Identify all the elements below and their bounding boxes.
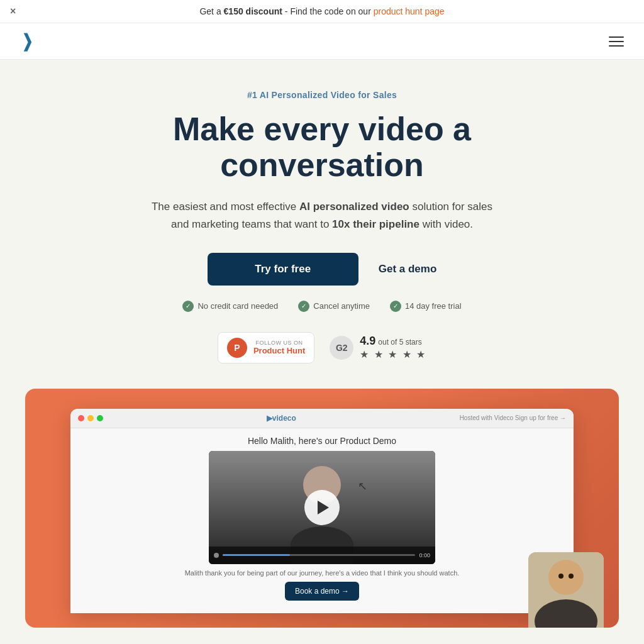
banner-close-button[interactable]: × bbox=[10, 6, 16, 17]
hero-section: #1 AI Personalized Video for Sales Make … bbox=[0, 60, 644, 644]
browser-dot-yellow bbox=[87, 415, 94, 421]
g2-score: 4.9 bbox=[360, 334, 375, 348]
video-content: Hello Malith, here's our Product Demo bbox=[70, 428, 574, 613]
play-icon bbox=[318, 501, 329, 514]
navbar: ❯ bbox=[0, 23, 644, 60]
progress-time: 0:00 bbox=[419, 552, 430, 558]
g2-text-col: 4.9 out of 5 stars ★ ★ ★ ★ ★ bbox=[360, 334, 426, 362]
browser-logo: ▶videco bbox=[267, 414, 296, 423]
book-demo-button[interactable]: Book a demo → bbox=[285, 582, 359, 601]
product-hunt-icon: P bbox=[227, 338, 247, 358]
product-hunt-name: Product Hunt bbox=[253, 346, 305, 356]
perk-label: Cancel anytime bbox=[313, 301, 370, 311]
cta-row: Try for free Get a demo bbox=[13, 253, 631, 286]
check-icon: ✓ bbox=[390, 301, 401, 312]
progress-fill bbox=[223, 554, 290, 556]
progress-track bbox=[223, 554, 415, 556]
logo[interactable]: ❯ bbox=[20, 31, 35, 52]
hero-subtitle: The easiest and most effective AI person… bbox=[146, 198, 498, 232]
progress-dot bbox=[214, 553, 219, 558]
banner-text: Get a €150 discount - Find the code on o… bbox=[199, 6, 444, 16]
product-hunt-badge[interactable]: P FOLLOW US ON Product Hunt bbox=[218, 332, 314, 364]
svg-point-3 bbox=[558, 574, 564, 579]
hamburger-line bbox=[609, 45, 624, 47]
logo-icon: ❯ bbox=[22, 31, 32, 52]
social-proof-row: P FOLLOW US ON Product Hunt G2 4.9 out o… bbox=[13, 332, 631, 364]
product-hunt-text-col: FOLLOW US ON Product Hunt bbox=[253, 340, 305, 356]
perk-label: 14 day free trial bbox=[405, 301, 462, 311]
g2-badge: G2 4.9 out of 5 stars ★ ★ ★ ★ ★ bbox=[330, 334, 426, 362]
g2-stars: ★ ★ ★ ★ ★ bbox=[360, 348, 426, 362]
video-section: ▶videco Hosted with Videco Sign up for f… bbox=[25, 389, 619, 628]
announcement-banner: × Get a €150 discount - Find the code on… bbox=[0, 0, 644, 23]
browser-dot-red bbox=[78, 415, 84, 421]
avatar-svg bbox=[528, 552, 604, 628]
hamburger-line bbox=[609, 36, 624, 38]
product-hunt-link[interactable]: product hunt page bbox=[374, 6, 445, 16]
perk-free-trial: ✓ 14 day free trial bbox=[390, 301, 462, 312]
video-caption: Malith thank you for being part of our j… bbox=[80, 569, 564, 577]
g2-icon: G2 bbox=[330, 336, 353, 360]
perk-no-credit-card: ✓ No credit card needed bbox=[182, 301, 278, 312]
perk-label: No credit card needed bbox=[197, 301, 278, 311]
svg-point-4 bbox=[569, 574, 574, 579]
browser-hosted-text: Hosted with Videco Sign up for free → bbox=[460, 414, 566, 421]
perks-row: ✓ No credit card needed ✓ Cancel anytime… bbox=[13, 301, 631, 312]
hamburger-menu-button[interactable] bbox=[609, 36, 624, 47]
play-button[interactable] bbox=[304, 490, 340, 525]
browser-dots bbox=[78, 415, 103, 421]
product-hunt-follow-text: FOLLOW US ON bbox=[253, 340, 305, 347]
try-for-free-button[interactable]: Try for free bbox=[208, 253, 358, 286]
hero-title: Make every video a conversation bbox=[83, 111, 561, 183]
hero-tagline: #1 AI Personalized Video for Sales bbox=[13, 90, 631, 100]
check-icon: ✓ bbox=[298, 301, 309, 312]
g2-rating-row: 4.9 out of 5 stars bbox=[360, 334, 426, 348]
get-demo-button[interactable]: Get a demo bbox=[379, 263, 437, 275]
video-browser-bar: ▶videco Hosted with Videco Sign up for f… bbox=[70, 409, 574, 428]
svg-point-1 bbox=[548, 560, 584, 595]
perk-cancel-anytime: ✓ Cancel anytime bbox=[298, 301, 370, 312]
avatar-person bbox=[528, 552, 604, 628]
video-greeting: Hello Malith, here's our Product Demo bbox=[80, 436, 564, 446]
video-progress-bar: 0:00 bbox=[209, 547, 435, 564]
hamburger-line bbox=[609, 41, 624, 42]
check-icon: ✓ bbox=[182, 301, 194, 312]
browser-dot-green bbox=[97, 415, 103, 421]
g2-out-of: out of 5 stars bbox=[378, 338, 421, 348]
avatar-preview bbox=[528, 552, 604, 628]
video-player[interactable]: 0:00 ↖ bbox=[209, 451, 435, 564]
video-browser: ▶videco Hosted with Videco Sign up for f… bbox=[70, 409, 574, 613]
